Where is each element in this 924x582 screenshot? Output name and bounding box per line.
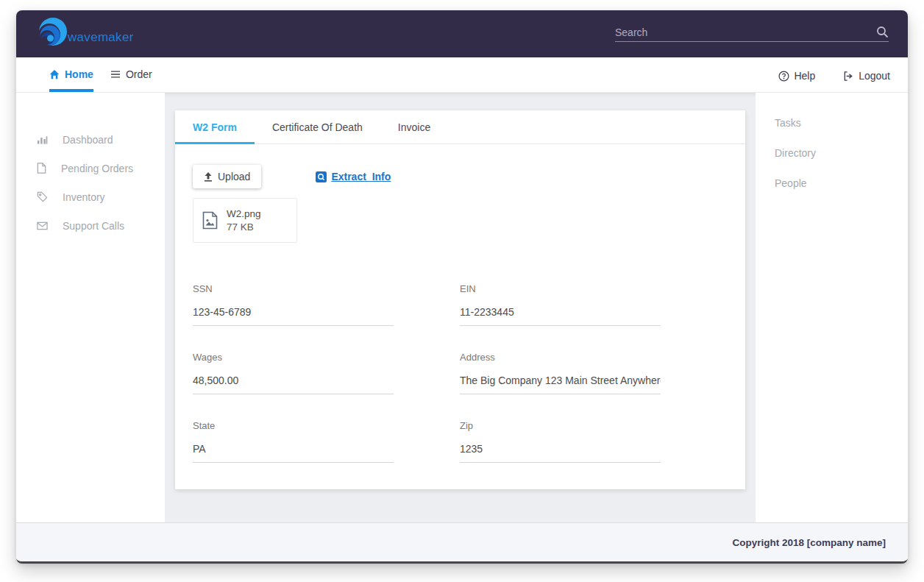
card-content: Upload Extract_Info [175, 144, 745, 463]
ein-input[interactable] [460, 294, 661, 326]
list-icon [110, 70, 121, 79]
sidebar-item-tasks[interactable]: Tasks [756, 107, 908, 138]
help-icon [778, 71, 789, 82]
nav-tab-home[interactable]: Home [49, 57, 93, 92]
ssn-input[interactable] [193, 294, 394, 326]
sidebar-item-label: Inventory [63, 191, 105, 203]
sidebar-item-label: Pending Orders [61, 163, 133, 174]
sidebar-item-people[interactable]: People [756, 168, 908, 198]
state-input[interactable] [193, 431, 394, 463]
upload-row: Upload Extract_Info [193, 165, 728, 188]
copyright-text: Copyright 2018 [company name] [732, 537, 886, 548]
app-header: wavemaker [16, 10, 908, 57]
nav-tab-label: Home [65, 68, 93, 80]
nav-tab-label: Order [126, 68, 152, 80]
navbar-spacer [152, 57, 751, 92]
sidebar-item-support-calls[interactable]: Support Calls [16, 211, 165, 240]
search-input[interactable] [615, 26, 870, 38]
field-label-wages: Wages [193, 352, 394, 363]
file-name: W2.png [227, 208, 261, 219]
tag-icon [37, 191, 48, 202]
app-window: wavemaker Home [16, 10, 908, 564]
form-grid: SSN EIN Wages Address [193, 283, 728, 463]
sidebar-item-inventory[interactable]: Inventory [16, 182, 165, 211]
sidebar-item-pending-orders[interactable]: Pending Orders [16, 154, 165, 182]
wavemaker-logo-icon [32, 15, 71, 53]
sidebar-item-label: Dashboard [63, 134, 113, 146]
wages-input[interactable] [193, 363, 394, 394]
tab-w2-form[interactable]: W2 Form [175, 110, 255, 144]
tab-invoice[interactable]: Invoice [380, 110, 448, 144]
bar-chart-icon [37, 135, 48, 145]
extract-info-icon [316, 171, 327, 182]
extract-info-link[interactable]: Extract_Info [316, 171, 391, 182]
upload-icon [204, 172, 213, 182]
upload-button[interactable]: Upload [193, 165, 261, 188]
sidebar-item-label: Support Calls [63, 220, 124, 232]
uploaded-file-card[interactable]: W2.png 77 KB [193, 198, 297, 243]
field-address: Address [460, 352, 661, 394]
field-state: State [193, 420, 394, 463]
logout-icon [843, 71, 854, 82]
field-wages: Wages [193, 352, 394, 394]
card-tabs: W2 Form Certificate Of Death Invoice [175, 110, 745, 144]
field-label-address: Address [460, 352, 661, 363]
help-button[interactable]: Help [778, 57, 815, 92]
upload-label: Upload [218, 171, 250, 182]
logout-label: Logout [859, 70, 890, 82]
envelope-icon [37, 221, 48, 230]
image-file-icon [202, 211, 218, 230]
app-footer: Copyright 2018 [company name] [16, 522, 908, 561]
page-body: Dashboard Pending Orders Inventory [16, 93, 908, 522]
help-label: Help [794, 70, 815, 82]
sidebar-item-dashboard[interactable]: Dashboard [16, 125, 165, 154]
home-icon [49, 69, 60, 79]
field-zip: Zip [460, 420, 661, 463]
left-sidebar: Dashboard Pending Orders Inventory [16, 93, 165, 522]
file-meta: W2.png 77 KB [227, 208, 261, 233]
field-label-ssn: SSN [193, 283, 394, 294]
logout-button[interactable]: Logout [843, 57, 890, 92]
form-card: W2 Form Certificate Of Death Invoice Upl [175, 110, 745, 489]
address-input[interactable] [460, 363, 661, 394]
nav-tab-order[interactable]: Order [110, 57, 152, 92]
tab-certificate-of-death[interactable]: Certificate Of Death [255, 110, 380, 144]
field-label-state: State [193, 420, 394, 431]
field-ein: EIN [460, 283, 661, 326]
field-ssn: SSN [193, 283, 394, 326]
sidebar-item-directory[interactable]: Directory [756, 138, 908, 168]
search-bar [615, 26, 889, 42]
extract-info-label: Extract_Info [331, 171, 391, 182]
zip-input[interactable] [460, 431, 661, 463]
field-label-zip: Zip [460, 420, 661, 431]
logo-text: wavemaker [68, 30, 134, 45]
search-icon[interactable] [876, 26, 889, 38]
field-label-ein: EIN [460, 283, 661, 294]
navbar: Home Order Help [16, 57, 908, 93]
document-icon [37, 163, 46, 174]
content-column: W2 Form Certificate Of Death Invoice Upl [165, 93, 756, 522]
file-size: 77 KB [227, 221, 261, 233]
right-sidebar: Tasks Directory People [756, 93, 908, 522]
wavemaker-logo: wavemaker [32, 15, 134, 53]
